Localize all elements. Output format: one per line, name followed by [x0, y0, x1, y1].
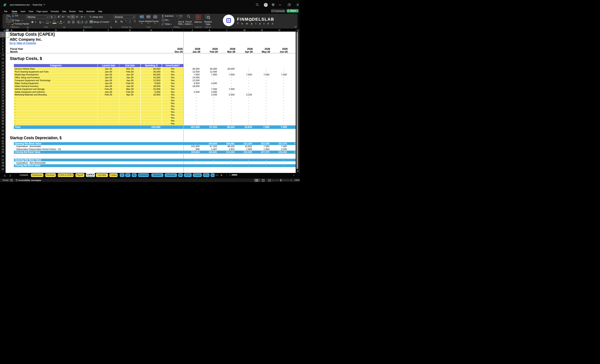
svg-text:Z: Z	[179, 17, 180, 19]
svg-text:.00: .00	[133, 20, 136, 22]
svg-text:A: A	[179, 15, 180, 17]
svg-text:.00: .00	[129, 22, 131, 23]
svg-text:ab: ab	[90, 16, 91, 17]
svg-text:←0: ←0	[129, 20, 131, 22]
svg-text:ab: ab	[81, 16, 83, 17]
svg-text:→0: →0	[133, 22, 136, 23]
